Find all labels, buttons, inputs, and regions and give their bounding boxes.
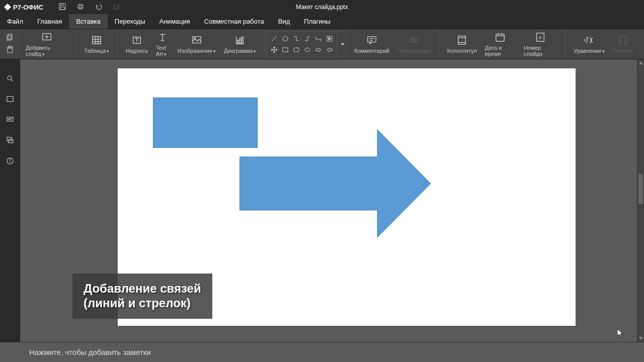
overlay-tooltip: Добавление связей (линий и стрелок) [72,274,212,319]
redo-icon[interactable] [113,3,121,12]
menu-insert[interactable]: Вставка [69,14,107,29]
svg-marker-71 [239,130,431,237]
textart-button[interactable]: Text Art▾ [152,29,174,59]
scroll-track[interactable] [637,66,644,335]
svg-point-60 [8,76,12,80]
svg-rect-4 [79,4,82,6]
shape-play-icon[interactable] [325,34,335,44]
svg-marker-45 [341,43,345,45]
svg-point-42 [305,48,310,51]
comments-panel-icon[interactable] [6,116,14,125]
save-icon[interactable] [58,3,66,12]
vertical-scrollbar[interactable] [637,59,644,342]
menu-plugins[interactable]: Плагины [297,14,338,29]
chart-button[interactable]: Диаграмма▾ [220,29,260,59]
svg-marker-73 [639,337,643,340]
svg-marker-38 [271,49,272,51]
date-time-button[interactable]: Дата и время [481,29,520,59]
svg-line-30 [272,36,277,41]
menu-collaboration[interactable]: Совместная работа [197,14,271,29]
logo-icon [4,4,11,11]
menu-animation[interactable]: Анимация [152,14,197,29]
svg-rect-2 [60,7,64,10]
add-slide-button[interactable]: Добавить слайд▾ [22,29,71,59]
notes-placeholder: Нажмите, чтобы добавить заметки [29,348,151,356]
hyperlink-button: Гиперссылка [393,29,435,59]
svg-rect-27 [237,40,239,44]
svg-marker-43 [316,48,321,52]
shape-roundrect-icon[interactable] [291,45,301,55]
canvas-area[interactable]: Добавление связей (линий и стрелок) [20,59,637,342]
shape-arrow-right-icon[interactable] [313,45,324,55]
svg-marker-72 [639,61,643,64]
print-icon[interactable] [76,3,85,12]
title-bar: Р7-ОФИС Макет слайда.pptx [0,0,644,14]
menu-file[interactable]: Файл [0,14,30,29]
symbol-button: Символ [609,29,637,59]
menu-transitions[interactable]: Переходы [108,14,152,29]
shape-rect-icon[interactable] [280,45,290,55]
svg-rect-41 [294,48,299,52]
svg-rect-28 [239,38,241,44]
slides-panel-icon[interactable] [6,95,14,105]
menu-home[interactable]: Главная [30,14,69,29]
svg-rect-62 [7,97,13,102]
shape-ellipse-icon[interactable] [302,45,312,55]
shape-connector2-icon[interactable] [302,34,312,44]
chat-panel-icon[interactable] [6,136,14,146]
shape-gallery [267,31,337,57]
equation-button[interactable]: Уравнение▾ [570,29,609,59]
scroll-up-icon[interactable] [637,59,644,66]
svg-rect-1 [60,4,63,6]
copy-icon[interactable] [6,33,14,43]
shape-circle-icon[interactable] [280,34,290,44]
svg-rect-63 [7,117,13,121]
svg-rect-52 [496,34,505,41]
comment-button[interactable]: Комментарий [350,29,393,59]
svg-marker-39 [276,49,277,51]
overlay-line2: (линий и стрелок) [84,296,201,311]
svg-marker-44 [327,48,332,52]
paste-icon[interactable] [6,46,14,55]
header-footer-button[interactable]: Колонтитул [443,29,481,59]
svg-point-31 [283,36,288,41]
svg-rect-49 [458,36,466,44]
search-icon[interactable] [6,74,14,84]
svg-rect-6 [8,34,12,39]
notes-bar[interactable]: Нажмите, чтобы добавить заметки [0,342,644,362]
svg-point-70 [10,159,10,160]
image-button[interactable]: Изображение▾ [174,29,220,59]
overlay-line1: Добавление связей [84,282,201,296]
ribbon: Добавить слайд▾ Таблица▾ Надпись Text Ar… [0,29,644,59]
document-title: Макет слайда.pptx [296,4,348,11]
shape-gallery-dropdown[interactable] [339,31,346,57]
shape-move-icon[interactable] [269,45,279,55]
scroll-thumb[interactable] [638,174,643,204]
app-logo: Р7-ОФИС [4,4,43,11]
workspace: Добавление связей (линий и стрелок) [0,59,644,342]
shape-connector1-icon[interactable] [291,34,301,44]
ribbon-clipboard [3,29,18,59]
slide-number-button[interactable]: # Номер слайда [520,29,561,59]
left-panel [0,59,20,342]
svg-rect-29 [242,37,244,44]
app-name: Р7-ОФИС [13,4,43,11]
shape-line-icon[interactable] [269,34,279,44]
textbox-button[interactable]: Надпись [122,29,152,59]
svg-marker-36 [273,47,275,48]
svg-rect-13 [93,36,101,44]
undo-icon[interactable] [95,3,103,12]
svg-line-61 [11,79,13,81]
arrow-shape[interactable] [239,130,431,237]
svg-rect-40 [283,48,288,52]
svg-marker-37 [273,52,275,53]
table-button[interactable]: Таблица▾ [80,29,113,59]
info-panel-icon[interactable] [6,157,14,166]
shape-connector3-icon[interactable] [313,34,324,44]
shape-arrow-left-icon[interactable] [325,45,335,55]
svg-rect-46 [368,36,376,42]
menu-view[interactable]: Вид [271,14,297,29]
svg-marker-33 [329,37,331,40]
scroll-down-icon[interactable] [637,335,644,342]
svg-text:#: # [539,35,542,40]
